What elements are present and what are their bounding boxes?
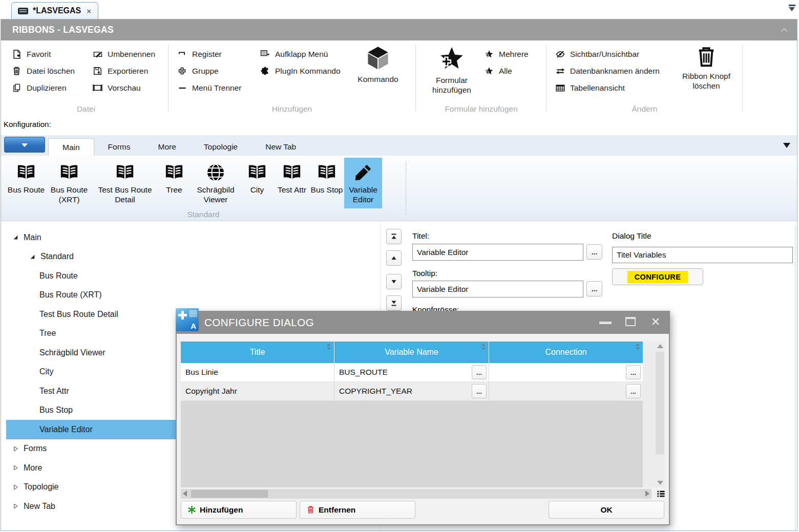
cell-variable-name[interactable]: COPYRIGHT_YEAR... xyxy=(334,382,489,400)
favorit-button[interactable]: Favorit xyxy=(11,46,92,62)
horizontal-scrollbar[interactable] xyxy=(181,489,651,499)
formular-hinzufuegen-button[interactable]: Formular hinzufügen xyxy=(423,45,480,95)
maximize-icon[interactable] xyxy=(625,317,636,326)
tab-forms[interactable]: Forms xyxy=(94,138,144,156)
preview-button-bus-route[interactable]: Bus Route xyxy=(7,158,45,208)
table-header-row: Title Variable Name Connection xyxy=(181,342,643,363)
table-row[interactable]: Copyright Jahr COPYRIGHT_YEAR... ... xyxy=(181,382,643,401)
expanded-arrow-icon[interactable] xyxy=(29,253,36,260)
umbenennen-button[interactable]: Umbenennen xyxy=(92,46,155,62)
kommando-button[interactable]: Kommando xyxy=(349,45,407,84)
collapsed-arrow-icon[interactable] xyxy=(12,464,19,471)
preview-button-test-attr[interactable]: Test Attr xyxy=(275,158,309,208)
register-button[interactable]: Register xyxy=(177,46,260,62)
button-label: Vorschau xyxy=(108,83,141,93)
gruppe-button[interactable]: Gruppe xyxy=(177,62,260,79)
tooltip-more-button[interactable]: ... xyxy=(586,281,602,296)
entfernen-button[interactable]: Entfernen xyxy=(300,501,415,519)
list-view-icon[interactable] xyxy=(656,489,666,499)
hinzufuegen-button[interactable]: Hinzufügen xyxy=(181,501,297,519)
column-header-label: Variable Name xyxy=(385,348,438,357)
scroll-down-icon[interactable] xyxy=(657,481,663,485)
cell-title[interactable]: Copyright Jahr xyxy=(181,382,334,400)
tree-item-label: Topologie xyxy=(24,482,59,492)
button-label: OK xyxy=(600,505,612,515)
minimize-icon[interactable] xyxy=(599,322,612,324)
exportieren-button[interactable]: Exportieren xyxy=(92,62,155,79)
expanded-arrow-icon[interactable] xyxy=(12,234,19,241)
tab-list-dropdown-icon[interactable] xyxy=(788,5,796,11)
preview-button-city[interactable]: City xyxy=(240,158,275,208)
datenbanknamen-aendern-button[interactable]: Datenbanknamen ändern xyxy=(555,62,660,79)
tree-item-main[interactable]: Main xyxy=(1,228,380,247)
scrollbar-thumb[interactable] xyxy=(656,352,664,454)
move-down-button[interactable] xyxy=(386,274,402,289)
scroll-up-icon[interactable] xyxy=(657,344,663,348)
tab-more[interactable]: More xyxy=(144,138,190,156)
button-label: Sichtbar/Unsichtbar xyxy=(570,50,639,59)
table-row[interactable]: Bus Linie BUS_ROUTE... ... xyxy=(181,363,643,382)
collapsed-arrow-icon[interactable] xyxy=(12,484,19,491)
tooltip-input[interactable] xyxy=(412,281,583,297)
collapsed-arrow-icon[interactable] xyxy=(12,503,19,509)
mehrere-button[interactable]: Mehrere xyxy=(483,46,529,62)
scroll-left-icon[interactable] xyxy=(183,491,187,497)
plugin-kommando-button[interactable]: PlugIn Kommando xyxy=(260,62,341,79)
close-icon[interactable] xyxy=(650,316,661,327)
connection-more-button[interactable]: ... xyxy=(626,365,641,379)
column-header-variable-name[interactable]: Variable Name xyxy=(334,342,489,363)
preview-button-bus-route-xrt[interactable]: Bus Route (XRT) xyxy=(45,158,93,208)
move-to-bottom-button[interactable] xyxy=(386,295,402,311)
ribbon-knopf-loeschen-button[interactable]: Ribbon Knopf löschen xyxy=(675,45,738,91)
vertical-scrollbar[interactable] xyxy=(655,342,665,487)
datei-loeschen-button[interactable]: Datei löschen xyxy=(11,62,92,79)
tabellenansicht-button[interactable]: Tabellenansicht xyxy=(555,79,660,96)
connection-more-button[interactable]: ... xyxy=(626,384,641,398)
scrollbar-thumb[interactable] xyxy=(191,490,268,498)
cell-variable-name[interactable]: BUS_ROUTE... xyxy=(334,363,489,381)
tree-item-bus-route[interactable]: Bus Route xyxy=(1,266,380,286)
alle-button[interactable]: Alle xyxy=(483,62,529,79)
preview-button-tree[interactable]: Tree xyxy=(157,158,192,208)
move-up-button[interactable] xyxy=(386,250,402,266)
scroll-right-icon[interactable] xyxy=(645,491,649,497)
column-header-title[interactable]: Title xyxy=(181,342,334,363)
tab-main[interactable]: Main xyxy=(48,138,94,156)
variable-more-button[interactable]: ... xyxy=(472,384,487,398)
vorschau-button[interactable]: Vorschau xyxy=(92,79,155,96)
collapse-ribbon-icon[interactable] xyxy=(779,25,789,35)
preview-button-schraegbild-viewer[interactable]: Schrägbild Viewer xyxy=(192,158,240,208)
configuration-dropdown-button[interactable] xyxy=(4,137,45,153)
preview-button-test-bus-route-detail[interactable]: Test Bus Route Detail xyxy=(93,158,157,208)
tab-topologie[interactable]: Topologie xyxy=(190,138,251,156)
cell-connection[interactable]: ... xyxy=(489,363,643,381)
cell-connection[interactable]: ... xyxy=(489,382,643,400)
ok-button[interactable]: OK xyxy=(549,501,664,519)
preview-button-variable-editor[interactable]: Variable Editor xyxy=(344,158,382,208)
dialog-title-input[interactable] xyxy=(612,247,793,263)
collapsed-arrow-icon[interactable] xyxy=(12,445,19,452)
tree-item-bus-route-xrt[interactable]: Bus Route (XRT) xyxy=(1,286,380,305)
tab-new-tab[interactable]: New Tab xyxy=(251,138,310,156)
cell-title[interactable]: Bus Linie xyxy=(181,363,334,381)
duplizieren-button[interactable]: Duplizieren xyxy=(11,79,92,96)
titel-input[interactable] xyxy=(412,244,583,261)
preview-button-bus-stop[interactable]: Bus Stop xyxy=(309,158,344,208)
variable-more-button[interactable]: ... xyxy=(472,365,487,379)
aufklapp-menue-button[interactable]: Aufklapp Menü xyxy=(260,46,341,62)
menue-trenner-button[interactable]: Menü Trenner xyxy=(177,79,260,96)
configure-button-label: CONFIGURE xyxy=(627,271,688,283)
close-tab-icon[interactable]: × xyxy=(87,7,91,15)
tree-item-standard[interactable]: Standard xyxy=(1,247,380,267)
sichtbar-unsichtbar-button[interactable]: Sichtbar/Unsichtbar xyxy=(555,46,660,62)
tree-item-label: Bus Route (XRT) xyxy=(39,290,102,300)
tree-item-label: Main xyxy=(24,233,41,242)
document-tab-lasvegas[interactable]: *LASVEGAS × xyxy=(11,2,98,19)
column-header-connection[interactable]: Connection xyxy=(489,342,643,363)
tabstrip-dropdown-icon[interactable] xyxy=(783,143,790,148)
dialog-titlebar[interactable]: A CONFIGURE DIALOG xyxy=(176,311,670,334)
move-to-top-button[interactable] xyxy=(386,229,402,244)
column-header-label: Title xyxy=(250,348,265,357)
titel-more-button[interactable]: ... xyxy=(586,244,602,260)
configure-button[interactable]: CONFIGURE xyxy=(612,268,703,285)
